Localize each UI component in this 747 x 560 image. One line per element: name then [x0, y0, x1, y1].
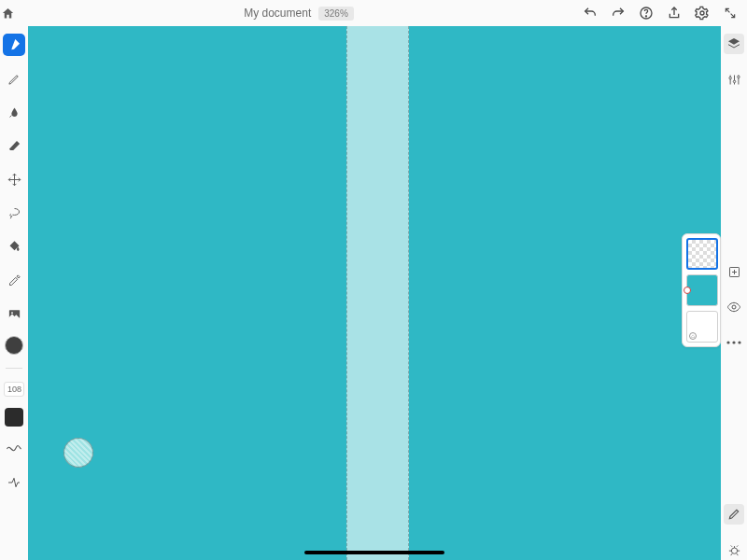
topbar-right: [583, 6, 747, 21]
visibility-button[interactable]: [724, 297, 744, 317]
watercolor-tool[interactable]: [3, 101, 25, 123]
home-button[interactable]: [0, 6, 15, 21]
move-tool[interactable]: [3, 168, 25, 190]
add-layer-button[interactable]: [724, 261, 744, 282]
smoothing-tool[interactable]: [3, 471, 25, 494]
redo-button[interactable]: [611, 6, 626, 21]
layer-thumb-solid[interactable]: [686, 274, 718, 306]
undo-button[interactable]: [583, 6, 598, 21]
svg-point-4: [11, 312, 13, 314]
brush-size-input[interactable]: 108: [4, 382, 24, 397]
left-toolbar: 108: [0, 26, 28, 560]
fill-tool[interactable]: [3, 235, 25, 258]
document-title[interactable]: My document: [244, 7, 311, 20]
color-swatch[interactable]: [5, 336, 23, 355]
layers-panel[interactable]: ⌂: [682, 233, 721, 347]
svg-point-11: [726, 341, 729, 343]
svg-point-13: [738, 341, 740, 343]
selection-band: [346, 26, 409, 560]
brush-shape[interactable]: [5, 408, 23, 427]
canvas[interactable]: [28, 26, 721, 560]
topbar: My document 326%: [0, 0, 747, 26]
bug-report-button[interactable]: [724, 539, 744, 560]
layer-thumb-transparent[interactable]: [686, 238, 718, 270]
lock-icon: [684, 287, 691, 294]
zoom-badge[interactable]: 326%: [318, 7, 354, 21]
more-button[interactable]: [724, 332, 744, 353]
share-button[interactable]: [667, 6, 682, 21]
svg-point-5: [728, 77, 731, 79]
right-mid-tools: [721, 261, 747, 353]
eraser-tool[interactable]: [3, 134, 25, 157]
svg-point-2: [700, 11, 704, 15]
layer-thumb-background[interactable]: ⌂: [686, 311, 718, 343]
flow-curve[interactable]: [3, 438, 25, 460]
brush-cursor: [63, 438, 93, 468]
svg-point-12: [732, 341, 735, 343]
svg-point-6: [733, 80, 736, 83]
eyedropper-tool[interactable]: [3, 269, 25, 291]
lasso-tool[interactable]: [3, 202, 25, 224]
divider: [6, 368, 22, 369]
svg-point-1: [645, 16, 646, 17]
layers-panel-toggle[interactable]: [724, 34, 744, 54]
pencil-tool[interactable]: [3, 67, 25, 90]
adjustments-button[interactable]: [724, 69, 744, 90]
edit-button[interactable]: [724, 504, 744, 525]
topbar-center: My document 326%: [15, 7, 583, 21]
help-button[interactable]: [639, 6, 654, 21]
svg-point-8: [731, 548, 737, 553]
settings-button[interactable]: [695, 6, 710, 21]
image-tool[interactable]: [3, 302, 25, 325]
fullscreen-button[interactable]: [723, 6, 738, 21]
svg-point-7: [737, 76, 740, 78]
background-badge-icon: ⌂: [689, 332, 697, 340]
brush-tool[interactable]: [3, 34, 25, 56]
home-indicator: [304, 551, 444, 554]
svg-point-10: [732, 305, 736, 309]
